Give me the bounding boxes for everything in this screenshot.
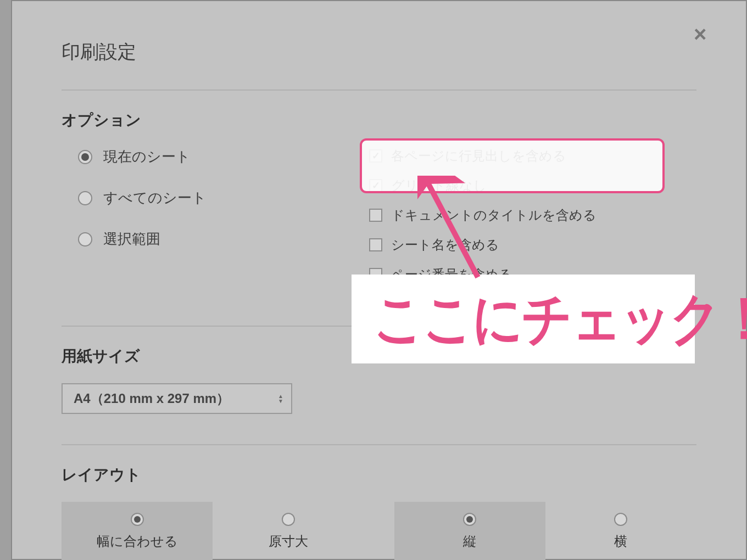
paper-size-select[interactable]: A4（210 mm x 297 mm） ▲▼ [62, 383, 292, 414]
check-label: グリッド線なし [391, 177, 487, 194]
check-label: 各ページに行見出しを含める [391, 147, 566, 165]
radio-all-sheets[interactable]: すべてのシート [78, 188, 369, 208]
layout-label: 幅に合わせる [62, 533, 213, 550]
radio-icon [78, 150, 92, 164]
radio-icon [614, 513, 627, 526]
paper-size-heading: 用紙サイズ [62, 346, 696, 367]
layout-portrait[interactable]: 縦 [394, 502, 545, 560]
layout-landscape[interactable]: 横 [545, 502, 696, 560]
check-row-headers[interactable]: 各ページに行見出しを含める [369, 147, 696, 165]
radio-icon [282, 513, 295, 526]
select-stepper-icon: ▲▼ [278, 395, 283, 403]
divider [62, 444, 696, 445]
dialog-title: 印刷設定 [62, 40, 696, 65]
radio-current-sheet[interactable]: 現在のシート [78, 147, 369, 166]
layout-label: 横 [545, 533, 696, 550]
print-settings-dialog: × 印刷設定 オプション 現在のシート すべてのシート 選択範囲 各ページに行見… [11, 0, 747, 560]
checkbox-icon [369, 149, 382, 163]
checkbox-icon [369, 268, 382, 281]
close-icon: × [694, 22, 706, 46]
radio-icon [131, 513, 144, 526]
check-label: シート名を含める [391, 236, 499, 254]
options-radio-group: 現在のシート すべてのシート 選択範囲 [62, 147, 369, 295]
divider [62, 89, 696, 91]
check-page-number[interactable]: ページ番号を含める [369, 266, 696, 283]
options-check-group: 各ページに行見出しを含める グリッド線なし ドキュメントのタイトルを含める シー… [369, 147, 696, 295]
layout-actual-size[interactable]: 原寸大 [213, 502, 364, 560]
layout-label: 縦 [394, 533, 545, 550]
layout-label: 原寸大 [213, 533, 364, 550]
checkbox-icon [369, 179, 382, 192]
close-button[interactable]: × [694, 23, 716, 45]
radio-selection[interactable]: 選択範囲 [78, 229, 369, 249]
radio-icon [463, 513, 476, 526]
check-label: ページ番号を含める [391, 266, 512, 283]
check-no-gridlines[interactable]: グリッド線なし [369, 177, 696, 194]
radio-icon [78, 191, 92, 205]
checkbox-icon [369, 209, 382, 222]
layout-heading: レイアウト [62, 464, 696, 485]
radio-icon [78, 232, 92, 247]
divider [62, 326, 696, 327]
layout-fit-width[interactable]: 幅に合わせる [62, 502, 213, 560]
options-row: 現在のシート すべてのシート 選択範囲 各ページに行見出しを含める グリッド線な… [62, 147, 696, 295]
radio-label: 選択範囲 [103, 229, 160, 249]
paper-size-value: A4（210 mm x 297 mm） [74, 390, 230, 407]
check-doc-title[interactable]: ドキュメントのタイトルを含める [369, 206, 696, 224]
check-label: ドキュメントのタイトルを含める [391, 206, 597, 224]
radio-label: すべてのシート [103, 188, 207, 208]
radio-label: 現在のシート [103, 147, 191, 166]
check-sheet-name[interactable]: シート名を含める [369, 236, 696, 254]
options-heading: オプション [62, 110, 696, 131]
layout-options: 幅に合わせる 原寸大 縦 横 [62, 502, 696, 560]
checkbox-icon [369, 238, 382, 251]
